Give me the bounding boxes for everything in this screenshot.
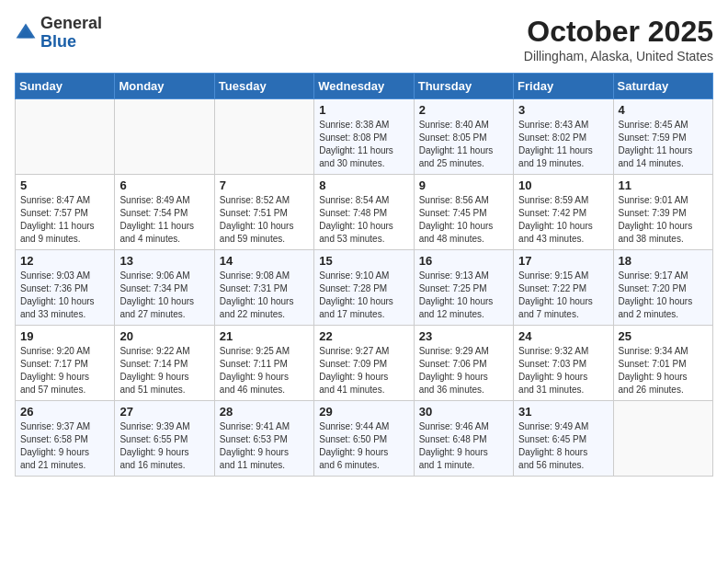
day-info: Sunrise: 8:52 AM Sunset: 7:51 PM Dayligh… <box>220 194 309 246</box>
calendar-cell: 13Sunrise: 9:06 AM Sunset: 7:34 PM Dayli… <box>115 250 214 326</box>
calendar-cell: 6Sunrise: 8:49 AM Sunset: 7:54 PM Daylig… <box>115 175 214 250</box>
calendar-cell: 29Sunrise: 9:44 AM Sunset: 6:50 PM Dayli… <box>314 401 414 477</box>
calendar-cell: 20Sunrise: 9:22 AM Sunset: 7:14 PM Dayli… <box>115 326 214 401</box>
week-row-5: 26Sunrise: 9:37 AM Sunset: 6:58 PM Dayli… <box>16 401 713 477</box>
day-info: Sunrise: 9:39 AM Sunset: 6:55 PM Dayligh… <box>119 420 209 472</box>
calendar-cell: 22Sunrise: 9:27 AM Sunset: 7:09 PM Dayli… <box>314 326 414 401</box>
calendar-cell: 28Sunrise: 9:41 AM Sunset: 6:53 PM Dayli… <box>214 401 313 477</box>
weekday-header-thursday: Thursday <box>414 74 513 99</box>
day-number: 7 <box>220 178 309 192</box>
day-number: 10 <box>518 178 608 192</box>
day-number: 14 <box>220 254 309 268</box>
calendar-cell: 31Sunrise: 9:49 AM Sunset: 6:45 PM Dayli… <box>514 401 613 477</box>
day-info: Sunrise: 9:32 AM Sunset: 7:03 PM Dayligh… <box>518 345 608 396</box>
page-header: General Blue October 2025 Dillingham, Al… <box>15 15 713 63</box>
day-info: Sunrise: 9:46 AM Sunset: 6:48 PM Dayligh… <box>419 420 508 472</box>
weekday-header-sunday: Sunday <box>16 74 115 99</box>
day-info: Sunrise: 9:20 AM Sunset: 7:17 PM Dayligh… <box>20 345 109 396</box>
day-info: Sunrise: 9:03 AM Sunset: 7:36 PM Dayligh… <box>20 270 109 321</box>
day-info: Sunrise: 9:10 AM Sunset: 7:28 PM Dayligh… <box>319 270 408 321</box>
day-info: Sunrise: 9:17 AM Sunset: 7:20 PM Dayligh… <box>619 270 708 321</box>
calendar-cell: 14Sunrise: 9:08 AM Sunset: 7:31 PM Dayli… <box>214 250 313 326</box>
logo-icon <box>15 22 37 44</box>
day-info: Sunrise: 9:34 AM Sunset: 7:01 PM Dayligh… <box>619 345 708 396</box>
title-block: October 2025 Dillingham, Alaska, United … <box>524 15 713 63</box>
day-number: 5 <box>20 178 109 192</box>
day-info: Sunrise: 9:06 AM Sunset: 7:34 PM Dayligh… <box>119 270 209 321</box>
day-info: Sunrise: 9:01 AM Sunset: 7:39 PM Dayligh… <box>619 194 708 246</box>
day-number: 3 <box>518 103 608 117</box>
weekday-header-monday: Monday <box>115 74 214 99</box>
day-info: Sunrise: 8:49 AM Sunset: 7:54 PM Dayligh… <box>119 194 209 246</box>
day-number: 19 <box>20 329 109 343</box>
day-number: 8 <box>319 178 408 192</box>
location-subtitle: Dillingham, Alaska, United States <box>524 49 713 63</box>
weekday-header-wednesday: Wednesday <box>314 74 414 99</box>
day-number: 28 <box>220 405 309 419</box>
calendar-cell: 3Sunrise: 8:43 AM Sunset: 8:02 PM Daylig… <box>514 99 613 175</box>
day-info: Sunrise: 9:37 AM Sunset: 6:58 PM Dayligh… <box>20 420 109 472</box>
day-number: 12 <box>20 254 109 268</box>
calendar-cell: 30Sunrise: 9:46 AM Sunset: 6:48 PM Dayli… <box>414 401 513 477</box>
calendar-cell: 19Sunrise: 9:20 AM Sunset: 7:17 PM Dayli… <box>16 326 115 401</box>
calendar-cell: 8Sunrise: 8:54 AM Sunset: 7:48 PM Daylig… <box>314 175 414 250</box>
day-number: 9 <box>419 178 508 192</box>
month-title: October 2025 <box>524 15 713 49</box>
day-number: 15 <box>319 254 408 268</box>
day-info: Sunrise: 9:13 AM Sunset: 7:25 PM Dayligh… <box>419 270 508 321</box>
calendar-cell: 12Sunrise: 9:03 AM Sunset: 7:36 PM Dayli… <box>16 250 115 326</box>
day-number: 27 <box>119 405 209 419</box>
calendar-cell <box>115 99 214 175</box>
calendar-cell: 1Sunrise: 8:38 AM Sunset: 8:08 PM Daylig… <box>314 99 414 175</box>
week-row-4: 19Sunrise: 9:20 AM Sunset: 7:17 PM Dayli… <box>16 326 713 401</box>
day-number: 1 <box>319 103 408 117</box>
weekday-header-friday: Friday <box>514 74 613 99</box>
calendar-cell: 18Sunrise: 9:17 AM Sunset: 7:20 PM Dayli… <box>613 250 712 326</box>
calendar-header-row: SundayMondayTuesdayWednesdayThursdayFrid… <box>16 74 713 99</box>
day-info: Sunrise: 9:41 AM Sunset: 6:53 PM Dayligh… <box>220 420 309 472</box>
day-info: Sunrise: 9:49 AM Sunset: 6:45 PM Dayligh… <box>518 420 608 472</box>
calendar-cell: 24Sunrise: 9:32 AM Sunset: 7:03 PM Dayli… <box>514 326 613 401</box>
day-number: 13 <box>119 254 209 268</box>
day-info: Sunrise: 8:59 AM Sunset: 7:42 PM Dayligh… <box>518 194 608 246</box>
day-number: 21 <box>220 329 309 343</box>
day-number: 20 <box>119 329 209 343</box>
calendar-cell: 15Sunrise: 9:10 AM Sunset: 7:28 PM Dayli… <box>314 250 414 326</box>
day-number: 6 <box>119 178 209 192</box>
calendar-cell: 17Sunrise: 9:15 AM Sunset: 7:22 PM Dayli… <box>514 250 613 326</box>
calendar-cell: 5Sunrise: 8:47 AM Sunset: 7:57 PM Daylig… <box>16 175 115 250</box>
calendar-cell: 7Sunrise: 8:52 AM Sunset: 7:51 PM Daylig… <box>214 175 313 250</box>
day-number: 26 <box>20 405 109 419</box>
day-number: 23 <box>419 329 508 343</box>
day-number: 22 <box>319 329 408 343</box>
day-info: Sunrise: 9:15 AM Sunset: 7:22 PM Dayligh… <box>518 270 608 321</box>
calendar-cell: 2Sunrise: 8:40 AM Sunset: 8:05 PM Daylig… <box>414 99 513 175</box>
week-row-3: 12Sunrise: 9:03 AM Sunset: 7:36 PM Dayli… <box>16 250 713 326</box>
logo: General Blue <box>15 15 102 52</box>
day-number: 18 <box>619 254 708 268</box>
day-info: Sunrise: 9:27 AM Sunset: 7:09 PM Dayligh… <box>319 345 408 396</box>
day-number: 25 <box>619 329 708 343</box>
calendar-cell <box>613 401 712 477</box>
day-number: 16 <box>419 254 508 268</box>
calendar-cell: 11Sunrise: 9:01 AM Sunset: 7:39 PM Dayli… <box>613 175 712 250</box>
logo-blue-text: Blue <box>40 32 76 51</box>
day-number: 11 <box>619 178 708 192</box>
calendar-cell: 27Sunrise: 9:39 AM Sunset: 6:55 PM Dayli… <box>115 401 214 477</box>
day-number: 2 <box>419 103 508 117</box>
calendar-cell: 10Sunrise: 8:59 AM Sunset: 7:42 PM Dayli… <box>514 175 613 250</box>
day-info: Sunrise: 9:44 AM Sunset: 6:50 PM Dayligh… <box>319 420 408 472</box>
day-number: 4 <box>619 103 708 117</box>
calendar-cell: 25Sunrise: 9:34 AM Sunset: 7:01 PM Dayli… <box>613 326 712 401</box>
day-info: Sunrise: 8:45 AM Sunset: 7:59 PM Dayligh… <box>619 119 708 170</box>
day-number: 24 <box>518 329 608 343</box>
day-info: Sunrise: 9:25 AM Sunset: 7:11 PM Dayligh… <box>220 345 309 396</box>
calendar-cell: 26Sunrise: 9:37 AM Sunset: 6:58 PM Dayli… <box>16 401 115 477</box>
calendar-cell <box>214 99 313 175</box>
calendar-cell: 23Sunrise: 9:29 AM Sunset: 7:06 PM Dayli… <box>414 326 513 401</box>
day-info: Sunrise: 8:43 AM Sunset: 8:02 PM Dayligh… <box>518 119 608 170</box>
day-info: Sunrise: 8:56 AM Sunset: 7:45 PM Dayligh… <box>419 194 508 246</box>
calendar-cell: 9Sunrise: 8:56 AM Sunset: 7:45 PM Daylig… <box>414 175 513 250</box>
weekday-header-saturday: Saturday <box>613 74 712 99</box>
week-row-1: 1Sunrise: 8:38 AM Sunset: 8:08 PM Daylig… <box>16 99 713 175</box>
